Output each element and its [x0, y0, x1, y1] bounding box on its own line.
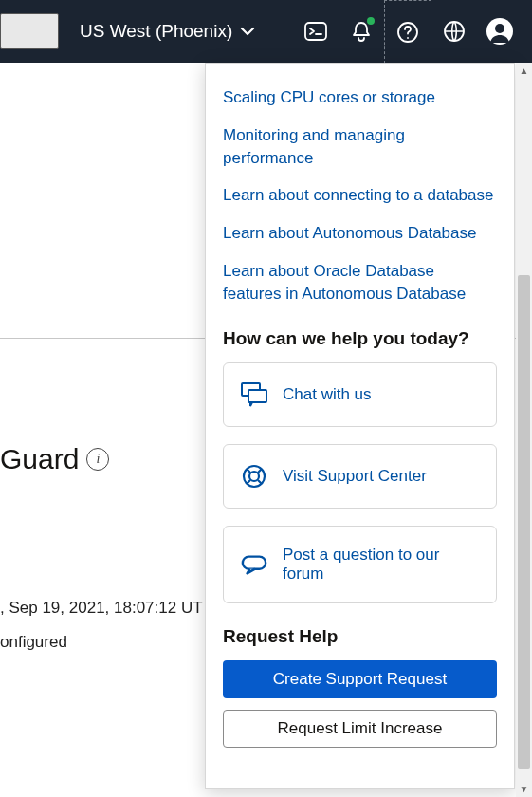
notification-dot-icon	[367, 17, 375, 25]
speech-bubble-icon	[241, 554, 267, 575]
svg-point-4	[495, 24, 504, 33]
avatar-icon	[486, 17, 514, 46]
svg-rect-9	[243, 556, 266, 568]
help-link-connecting[interactable]: Learn about connecting to a database	[223, 184, 497, 207]
chat-card[interactable]: Chat with us	[223, 362, 497, 427]
scroll-up-arrow-icon[interactable]: ▲	[516, 63, 532, 79]
forum-card[interactable]: Post a question to our forum	[223, 526, 497, 603]
search-input[interactable]	[0, 13, 59, 49]
region-selector[interactable]: US West (Phoenix)	[80, 21, 257, 42]
lifebuoy-icon	[241, 464, 267, 489]
profile-button[interactable]	[477, 0, 523, 63]
cloud-shell-button[interactable]	[293, 0, 339, 63]
svg-point-8	[249, 472, 259, 481]
heading-text: Guard	[0, 443, 79, 475]
terminal-icon	[303, 18, 329, 45]
top-header: US West (Phoenix)	[0, 0, 532, 63]
help-link-scaling[interactable]: Scaling CPU cores or storage	[223, 86, 497, 109]
globe-icon	[441, 18, 468, 45]
svg-rect-6	[248, 390, 266, 402]
chat-label: Chat with us	[283, 385, 372, 404]
scroll-thumb[interactable]	[518, 275, 530, 769]
chevron-down-icon	[238, 22, 257, 41]
region-label: US West (Phoenix)	[80, 21, 232, 42]
help-panel-body: Scaling CPU cores or storage Monitoring …	[206, 64, 514, 788]
help-link-autonomous[interactable]: Learn about Autonomous Database	[223, 222, 497, 245]
scroll-down-arrow-icon[interactable]: ▼	[516, 781, 532, 797]
support-center-label: Visit Support Center	[283, 467, 427, 486]
language-button[interactable]	[431, 0, 477, 63]
help-heading: How can we help you today?	[223, 328, 497, 349]
forum-label: Post a question to our forum	[283, 546, 479, 584]
page-scrollbar[interactable]: ▲ ▼	[516, 63, 532, 797]
help-icon	[394, 19, 421, 46]
svg-rect-0	[305, 23, 326, 40]
header-icon-group	[293, 0, 523, 64]
notifications-button[interactable]	[339, 0, 384, 63]
help-link-oracle-features[interactable]: Learn about Oracle Database features in …	[223, 260, 497, 306]
help-button[interactable]	[384, 0, 431, 64]
create-support-request-button[interactable]: Create Support Request	[223, 660, 497, 698]
chat-icon	[241, 382, 267, 407]
help-link-monitoring[interactable]: Monitoring and managing performance	[223, 124, 497, 170]
info-icon[interactable]: i	[86, 448, 109, 471]
request-help-heading: Request Help	[223, 626, 497, 647]
help-panel: Scaling CPU cores or storage Monitoring …	[205, 63, 515, 789]
request-limit-increase-button[interactable]: Request Limit Increase	[223, 710, 497, 748]
support-center-card[interactable]: Visit Support Center	[223, 444, 497, 509]
